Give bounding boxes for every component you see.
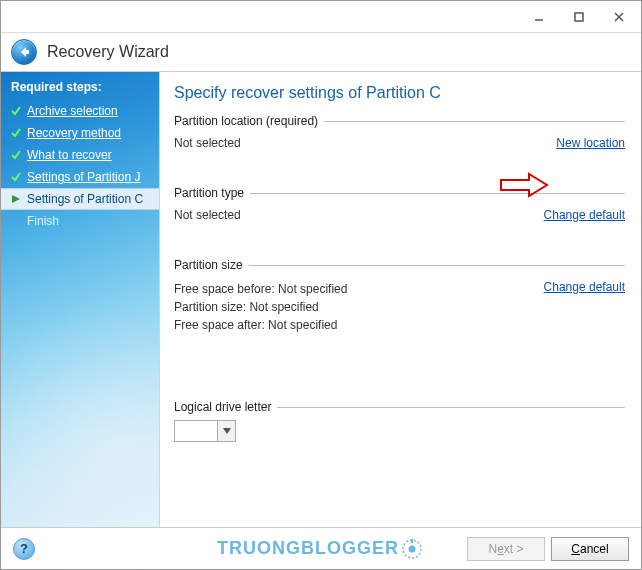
step-settings-partition-j[interactable]: Settings of Partition J xyxy=(1,166,159,188)
checkmark-icon xyxy=(9,171,23,183)
checkmark-icon xyxy=(9,105,23,117)
main-panel: Specify recover settings of Partition C … xyxy=(159,72,641,527)
drive-letter-value[interactable] xyxy=(174,420,218,442)
section-partition-type: Partition type xyxy=(174,186,625,200)
step-label: Settings of Partition C xyxy=(27,192,143,206)
section-label: Logical drive letter xyxy=(174,400,277,414)
checkmark-icon xyxy=(9,127,23,139)
step-recovery-method[interactable]: Recovery method xyxy=(1,122,159,144)
partition-type-value: Not selected xyxy=(174,208,241,222)
step-settings-partition-c[interactable]: Settings of Partition C xyxy=(1,188,160,210)
watermark: TRUONGBLOGGER xyxy=(217,538,425,560)
divider xyxy=(249,265,625,266)
step-label: Settings of Partition J xyxy=(27,170,140,184)
change-default-type-link[interactable]: Change default xyxy=(544,208,625,222)
checkmark-icon xyxy=(9,149,23,161)
body: Required steps: Archive selection Recove… xyxy=(1,71,641,527)
arrow-right-icon xyxy=(9,193,23,205)
maximize-button[interactable] xyxy=(559,3,599,31)
close-button[interactable] xyxy=(599,3,639,31)
next-button: Next > xyxy=(467,537,545,561)
divider xyxy=(277,407,625,408)
change-default-size-link[interactable]: Change default xyxy=(544,280,625,294)
help-button[interactable]: ? xyxy=(13,538,35,560)
step-label: Recovery method xyxy=(27,126,121,140)
partition-location-value: Not selected xyxy=(174,136,241,150)
header: Recovery Wizard xyxy=(1,33,641,71)
sidebar-heading: Required steps: xyxy=(1,76,159,100)
divider xyxy=(324,121,625,122)
drive-letter-combo[interactable] xyxy=(174,420,236,442)
sidebar: Required steps: Archive selection Recove… xyxy=(1,72,159,527)
partition-size-values: Free space beforeNot specified Partition… xyxy=(174,280,347,334)
svg-rect-6 xyxy=(411,539,413,543)
step-what-to-recover[interactable]: What to recover xyxy=(1,144,159,166)
page-title: Specify recover settings of Partition C xyxy=(174,84,625,102)
svg-rect-1 xyxy=(575,13,583,21)
section-label: Partition location (required) xyxy=(174,114,324,128)
step-label: Finish xyxy=(27,214,59,228)
section-drive-letter: Logical drive letter xyxy=(174,400,625,414)
footer: ? TRUONGBLOGGER Next > Cancel xyxy=(1,527,641,569)
minimize-button[interactable] xyxy=(519,3,559,31)
section-label: Partition type xyxy=(174,186,250,200)
titlebar xyxy=(1,1,641,33)
back-button[interactable] xyxy=(11,39,37,65)
section-partition-location: Partition location (required) xyxy=(174,114,625,128)
section-label: Partition size xyxy=(174,258,249,272)
svg-point-5 xyxy=(409,545,416,552)
step-label: What to recover xyxy=(27,148,112,162)
divider xyxy=(250,193,625,194)
new-location-link[interactable]: New location xyxy=(556,136,625,150)
header-title: Recovery Wizard xyxy=(47,43,169,61)
recovery-wizard-window: Recovery Wizard Required steps: Archive … xyxy=(0,0,642,570)
step-finish: Finish xyxy=(1,210,159,232)
section-partition-size: Partition size xyxy=(174,258,625,272)
chevron-down-icon[interactable] xyxy=(218,420,236,442)
cancel-button[interactable]: Cancel xyxy=(551,537,629,561)
step-label: Archive selection xyxy=(27,104,118,118)
step-archive-selection[interactable]: Archive selection xyxy=(1,100,159,122)
